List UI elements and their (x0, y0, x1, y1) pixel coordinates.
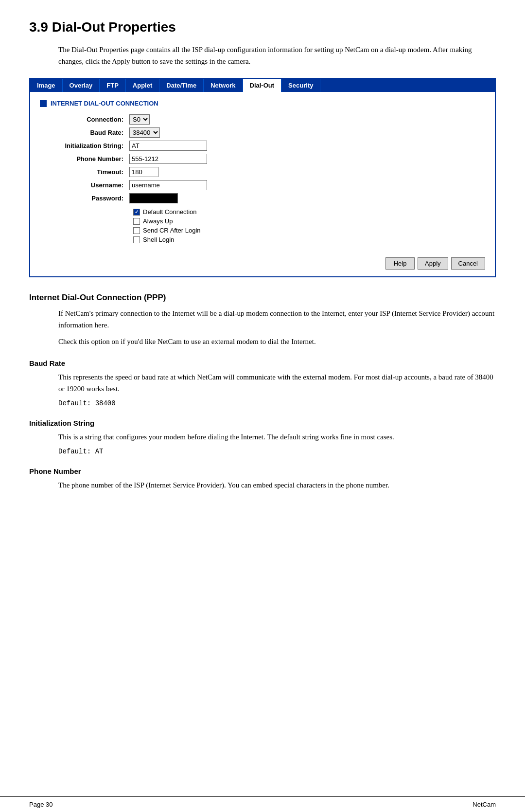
init-string-para: This is a string that configures your mo… (58, 431, 496, 443)
checkboxes-spacer (40, 205, 127, 247)
checkbox-always-up[interactable]: Always Up (133, 217, 483, 225)
baud-rate-label: Baud Rate: (40, 126, 127, 139)
checkboxes-container: Default Connection Always Up Send CR Aft… (127, 205, 485, 247)
panel-content: INTERNET DIAL-OUT CONNECTION Connection:… (30, 92, 495, 276)
checkboxes-row: Default Connection Always Up Send CR Aft… (40, 205, 485, 247)
shell-login-checkbox[interactable] (133, 236, 140, 243)
init-string-label: Initialization String: (40, 139, 127, 152)
baud-rate-field[interactable]: 38400 19200 9600 (127, 126, 485, 139)
connection-row: Connection: S0 S1 (40, 113, 485, 126)
timeout-label: Timeout: (40, 165, 127, 179)
default-connection-checkbox[interactable] (133, 209, 140, 216)
checkbox-shell-login[interactable]: Shell Login (133, 236, 483, 243)
tab-network[interactable]: Network (204, 79, 243, 92)
phone-number-field[interactable] (127, 152, 485, 165)
section-heading-ppp: Internet Dial-Out Connection (PPP) (29, 293, 496, 303)
init-string-input[interactable] (129, 141, 207, 151)
phone-number-para: The phone number of the ISP (Internet Se… (58, 479, 496, 491)
baud-rate-default: Default: 38400 (58, 399, 496, 407)
tab-datetime[interactable]: Date/Time (159, 79, 204, 92)
section-heading-phone-number: Phone Number (29, 467, 496, 475)
section-icon (40, 100, 47, 107)
default-connection-label: Default Connection (143, 208, 197, 216)
checkboxes-group: Default Connection Always Up Send CR Aft… (129, 208, 483, 243)
init-string-row: Initialization String: (40, 139, 485, 152)
help-button[interactable]: Help (385, 257, 415, 270)
username-row: Username: (40, 179, 485, 192)
init-string-default: Default: AT (58, 448, 496, 455)
username-input[interactable] (129, 180, 207, 190)
connection-label: Connection: (40, 113, 127, 126)
baud-rate-default-value: 38400 (95, 399, 116, 407)
tab-security[interactable]: Security (281, 79, 320, 92)
connection-field[interactable]: S0 S1 (127, 113, 485, 126)
init-string-default-value: AT (95, 448, 104, 455)
phone-number-input[interactable] (129, 154, 207, 164)
send-cr-label: Send CR After Login (143, 227, 201, 234)
connection-select[interactable]: S0 S1 (129, 114, 150, 125)
password-label: Password: (40, 192, 127, 205)
section-heading-init-string: Initialization String (29, 419, 496, 427)
footer: Page 30 NetCam (0, 796, 525, 812)
tab-bar: Image Overlay FTP Applet Date/Time Netwo… (30, 79, 495, 92)
section-title: INTERNET DIAL-OUT CONNECTION (40, 100, 485, 107)
shell-login-label: Shell Login (143, 236, 174, 243)
send-cr-checkbox[interactable] (133, 227, 140, 234)
section-title-text: INTERNET DIAL-OUT CONNECTION (51, 100, 158, 107)
username-label: Username: (40, 179, 127, 192)
section-heading-baud-rate: Baud Rate (29, 359, 496, 367)
baud-rate-para: This represents the speed or baud rate a… (58, 371, 496, 395)
password-field[interactable] (127, 192, 485, 205)
timeout-field[interactable] (127, 165, 485, 179)
baud-rate-select[interactable]: 38400 19200 9600 (129, 127, 160, 138)
username-field[interactable] (127, 179, 485, 192)
tab-ftp[interactable]: FTP (100, 79, 126, 92)
init-string-field[interactable] (127, 139, 485, 152)
password-input[interactable] (129, 193, 178, 203)
phone-number-label: Phone Number: (40, 152, 127, 165)
always-up-label: Always Up (143, 217, 173, 225)
timeout-row: Timeout: (40, 165, 485, 179)
footer-brand: NetCam (472, 801, 496, 808)
tab-dialout[interactable]: Dial-Out (243, 79, 282, 92)
ui-panel: Image Overlay FTP Applet Date/Time Netwo… (29, 78, 496, 277)
checkbox-default-connection[interactable]: Default Connection (133, 208, 483, 216)
timeout-input[interactable] (129, 167, 158, 177)
checkbox-send-cr[interactable]: Send CR After Login (133, 227, 483, 234)
password-row: Password: (40, 192, 485, 205)
ppp-para-1: If NetCam's primary connection to the In… (58, 307, 496, 331)
tab-overlay[interactable]: Overlay (63, 79, 100, 92)
button-row: Help Apply Cancel (40, 253, 485, 270)
apply-button[interactable]: Apply (418, 257, 448, 270)
footer-page: Page 30 (29, 801, 52, 808)
baud-rate-row: Baud Rate: 38400 19200 9600 (40, 126, 485, 139)
cancel-button[interactable]: Cancel (451, 257, 485, 270)
tab-applet[interactable]: Applet (126, 79, 159, 92)
always-up-checkbox[interactable] (133, 218, 140, 225)
ppp-para-2: Check this option on if you'd like NetCa… (58, 336, 496, 347)
form-table: Connection: S0 S1 Baud Rate: 38400 19200… (40, 113, 485, 247)
tab-image[interactable]: Image (30, 79, 63, 92)
phone-number-row: Phone Number: (40, 152, 485, 165)
intro-text: The Dial-Out Properties page contains al… (58, 44, 496, 67)
page-title: 3.9 Dial-Out Properties (29, 19, 496, 35)
